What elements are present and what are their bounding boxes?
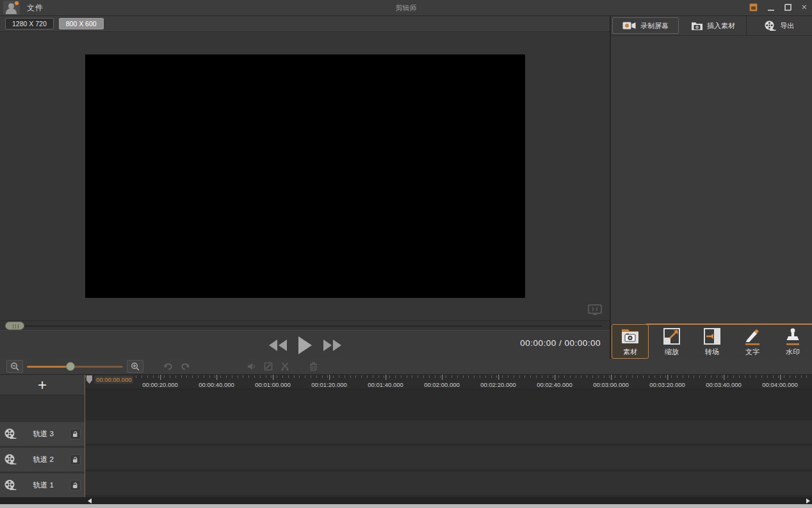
resolution-bar: 1280 X 720 800 X 600 bbox=[0, 16, 610, 32]
ruler-label: 00:02:20.000 bbox=[480, 381, 516, 388]
ruler-label: 00:00:20.000 bbox=[142, 381, 177, 388]
export-label: 导出 bbox=[780, 21, 794, 31]
editor-right-pane: 录制屏幕 插入素材 bbox=[610, 16, 812, 359]
delete-button[interactable] bbox=[305, 360, 321, 373]
fast-forward-button[interactable] bbox=[323, 340, 341, 351]
insert-material-icon bbox=[691, 21, 703, 31]
film-reel-icon bbox=[4, 428, 17, 440]
rewind-button[interactable] bbox=[269, 340, 287, 351]
playback-controls: 00:00:00 / 00:00:00 bbox=[0, 330, 610, 359]
tray-icon[interactable] bbox=[749, 3, 758, 12]
timeline-zoom-slider[interactable] bbox=[27, 360, 123, 373]
insert-material-button[interactable]: 插入素材 bbox=[680, 16, 746, 35]
tab-material-label: 素材 bbox=[623, 347, 637, 357]
tab-scale-label: 缩放 bbox=[665, 347, 679, 357]
timeline-section: + 轨道 3 bbox=[0, 359, 812, 508]
ruler-ticks bbox=[85, 375, 812, 378]
track-1-label: 轨道 1 bbox=[22, 480, 65, 490]
play-button[interactable] bbox=[298, 336, 312, 354]
scroll-left-icon[interactable] bbox=[88, 498, 92, 504]
preview-scroll-handle[interactable] bbox=[5, 322, 24, 330]
track-header-2[interactable]: 轨道 2 bbox=[0, 448, 85, 471]
fit-screen-icon[interactable] bbox=[588, 304, 602, 315]
tab-scale[interactable]: 缩放 bbox=[653, 325, 690, 358]
window-controls: × bbox=[749, 2, 807, 12]
panel-tabs: 素材 缩放 转场 bbox=[611, 324, 812, 359]
track-3-lock-button[interactable] bbox=[70, 429, 81, 439]
ruler-label: 00:01:20.000 bbox=[311, 381, 346, 388]
timeline-toolbar bbox=[0, 359, 812, 375]
tab-text[interactable]: 文字 bbox=[734, 325, 771, 358]
track-lane-3[interactable] bbox=[85, 420, 812, 444]
film-reel-icon bbox=[4, 454, 17, 466]
ruler-label: 00:01:40.000 bbox=[368, 381, 403, 388]
video-editor-window: 文件 剪辑师 × 1280 X 720 800 X 600 bbox=[0, 0, 812, 508]
close-button[interactable]: × bbox=[802, 2, 807, 12]
track-header-3[interactable]: 轨道 3 bbox=[0, 422, 85, 446]
timeline-body: + 轨道 3 bbox=[0, 375, 812, 497]
ruler-label: 00:03:40.000 bbox=[706, 381, 741, 388]
redo-button[interactable] bbox=[177, 360, 193, 373]
material-panel bbox=[611, 35, 812, 324]
tab-material[interactable]: 素材 bbox=[612, 324, 649, 359]
tab-watermark[interactable]: 水印 bbox=[774, 325, 811, 358]
add-track-button[interactable]: + bbox=[0, 375, 85, 395]
playhead[interactable]: 00:00:00.000 bbox=[86, 375, 133, 384]
ruler-label: 00:02:00.000 bbox=[424, 381, 459, 388]
video-canvas[interactable] bbox=[85, 54, 525, 298]
record-screen-icon bbox=[622, 21, 637, 30]
insert-material-label: 插入素材 bbox=[707, 21, 735, 31]
scroll-right-icon[interactable] bbox=[806, 498, 810, 504]
ruler-label: 00:04:00.000 bbox=[762, 381, 797, 388]
export-icon bbox=[764, 20, 776, 31]
tab-transition-label: 转场 bbox=[705, 347, 719, 357]
playhead-time-label: 00:00:00.000 bbox=[94, 375, 133, 384]
zoom-in-button[interactable] bbox=[127, 360, 143, 373]
track-lane-1[interactable] bbox=[85, 471, 812, 495]
titlebar: 文件 剪辑师 × bbox=[0, 0, 812, 16]
editor-left-pane: 1280 X 720 800 X 600 00:00:0 bbox=[0, 16, 610, 359]
minimize-button[interactable] bbox=[768, 4, 774, 11]
preview-scroll-track[interactable] bbox=[13, 325, 602, 327]
resolution-800x600-button[interactable]: 800 X 600 bbox=[59, 18, 104, 29]
preview-scroll-row bbox=[0, 320, 610, 330]
track-3-label: 轨道 3 bbox=[22, 429, 65, 439]
timeline-tracks-area: 00:00:00.000 00:00:20.000 00:00:40.000 0… bbox=[85, 375, 812, 497]
transition-icon bbox=[702, 327, 722, 346]
cut-button[interactable] bbox=[277, 360, 293, 373]
time-display: 00:00:00 / 00:00:00 bbox=[520, 338, 601, 348]
resolution-1280x720-button[interactable]: 1280 X 720 bbox=[5, 18, 54, 29]
mute-button[interactable] bbox=[243, 360, 260, 373]
timeline-ruler[interactable]: 00:00:00.000 00:00:20.000 00:00:40.000 0… bbox=[85, 375, 812, 389]
track-2-lock-button[interactable] bbox=[70, 454, 81, 465]
ruler-label: 00:03:00.000 bbox=[593, 381, 628, 388]
track-lanes bbox=[85, 389, 812, 497]
track-lane-2[interactable] bbox=[85, 446, 812, 470]
app-title: 剪辑师 bbox=[0, 3, 812, 13]
text-icon bbox=[742, 327, 763, 346]
track-2-label: 轨道 2 bbox=[22, 455, 65, 464]
maximize-button[interactable] bbox=[784, 4, 792, 11]
export-button[interactable]: 导出 bbox=[747, 16, 812, 35]
tab-watermark-label: 水印 bbox=[786, 347, 800, 357]
track-header-panel: + 轨道 3 bbox=[0, 375, 85, 497]
ruler-label: 00:03:20.000 bbox=[649, 381, 685, 388]
playhead-marker-icon[interactable] bbox=[86, 375, 92, 384]
zoom-slider-knob[interactable] bbox=[66, 362, 75, 371]
edit-clip-button[interactable] bbox=[260, 360, 277, 373]
tab-text-label: 文字 bbox=[745, 347, 759, 357]
track-1-lock-button[interactable] bbox=[70, 480, 81, 491]
timeline-scrollbar[interactable] bbox=[0, 497, 812, 504]
ruler-label: 00:01:00.000 bbox=[255, 381, 290, 388]
film-reel-icon bbox=[4, 479, 17, 491]
material-icon bbox=[620, 327, 640, 346]
record-screen-button[interactable]: 录制屏幕 bbox=[612, 17, 679, 34]
preview-area bbox=[0, 32, 610, 320]
tab-transition[interactable]: 转场 bbox=[694, 325, 731, 358]
undo-button[interactable] bbox=[160, 360, 177, 373]
ruler-label: 00:00:40.000 bbox=[199, 381, 234, 388]
window-bottom-bar bbox=[0, 504, 812, 508]
zoom-out-button[interactable] bbox=[6, 360, 23, 373]
track-header-1[interactable]: 轨道 1 bbox=[0, 473, 85, 497]
action-bar: 录制屏幕 插入素材 bbox=[611, 16, 812, 35]
